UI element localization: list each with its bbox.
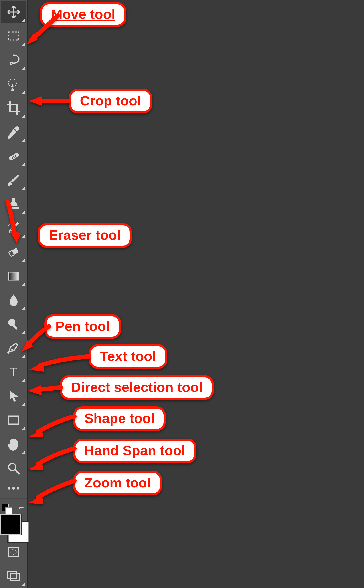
svg-point-20 [8, 487, 10, 490]
rectangle-shape-tool[interactable] [1, 410, 26, 431]
svg-point-14 [8, 319, 15, 326]
blur-tool[interactable] [1, 290, 26, 311]
toolbar-separator [0, 498, 27, 499]
flyout-indicator [22, 403, 25, 406]
screen-mode-icon [6, 569, 21, 583]
svg-point-16 [11, 349, 13, 350]
flyout-indicator [22, 67, 25, 70]
lasso-icon [6, 53, 21, 67]
gradient-tool[interactable] [1, 266, 26, 287]
svg-point-22 [17, 487, 19, 490]
flyout-indicator [22, 427, 25, 430]
svg-rect-26 [10, 574, 19, 581]
annotation-label-eraser: Eraser tool [38, 223, 132, 248]
blur-icon [6, 293, 21, 307]
eraser-tool[interactable] [1, 241, 26, 263]
annotation-arrow-move [24, 13, 62, 51]
flyout-indicator [22, 115, 25, 118]
svg-marker-28 [29, 96, 42, 106]
flyout-indicator [22, 283, 25, 286]
annotation-label-text: Text tool [89, 344, 167, 369]
zoom-tool[interactable] [1, 458, 26, 479]
hand-icon [6, 437, 21, 451]
svg-marker-31 [29, 362, 44, 372]
type-icon: T [6, 365, 21, 379]
flyout-indicator [22, 307, 25, 310]
flyout-indicator [22, 91, 25, 94]
type-tool[interactable]: T [1, 361, 26, 383]
quick-mask-button[interactable] [1, 541, 26, 563]
path-select-icon [6, 389, 21, 403]
flyout-indicator [22, 163, 25, 166]
eraser-icon [6, 245, 21, 259]
eyedropper-icon [6, 125, 21, 139]
foreground-color-swatch[interactable] [0, 514, 21, 535]
annotation-arrow-pen [18, 322, 53, 353]
ellipsis-icon [6, 485, 21, 492]
marquee-tool[interactable] [1, 25, 26, 47]
svg-rect-23 [8, 548, 19, 556]
annotation-arrow-direct-sel [26, 380, 63, 398]
default-colors-button[interactable]: ⤺ [1, 503, 26, 513]
svg-rect-17 [9, 416, 19, 424]
annotation-label-pen: Pen tool [44, 314, 121, 339]
svg-rect-2 [9, 32, 19, 40]
path-selection-tool[interactable] [1, 385, 26, 407]
edit-toolbar-button[interactable] [1, 482, 26, 495]
svg-point-21 [12, 487, 15, 490]
annotation-arrow-zoom [26, 475, 77, 504]
flyout-indicator [22, 139, 25, 142]
hand-tool[interactable] [1, 434, 26, 455]
flyout-indicator [22, 259, 25, 262]
flyout-indicator [22, 583, 25, 586]
gradient-icon [6, 269, 21, 283]
default-bg-mini [5, 507, 13, 515]
quick-mask-icon [6, 545, 21, 559]
annotation-arrow-eraser [0, 200, 26, 244]
svg-marker-29 [10, 231, 21, 243]
eyedropper-tool[interactable] [1, 121, 26, 143]
svg-marker-34 [28, 462, 43, 470]
annotation-label-zoom: Zoom tool [73, 471, 162, 495]
flyout-indicator [22, 451, 25, 454]
toolbar: T ⤺ [0, 0, 28, 588]
annotation-label-shape: Shape tool [73, 406, 166, 431]
svg-rect-13 [9, 272, 19, 280]
flyout-indicator [22, 355, 25, 358]
quick-select-icon [6, 77, 21, 91]
shape-icon [6, 413, 21, 427]
annotation-arrow-shape [26, 411, 77, 438]
flyout-indicator [22, 187, 25, 190]
annotation-arrow-hand [26, 443, 77, 470]
annotation-label-direct-sel: Direct selection tool [60, 375, 214, 400]
color-swatches[interactable] [0, 514, 27, 537]
zoom-icon [6, 461, 21, 475]
annotation-label-hand: Hand Span tool [73, 438, 196, 463]
screen-mode-button[interactable] [1, 565, 26, 587]
brush-icon [6, 173, 21, 187]
flyout-indicator [22, 379, 25, 382]
brush-tool[interactable] [1, 170, 26, 191]
healing-brush-tool[interactable] [1, 145, 26, 167]
lasso-tool[interactable] [1, 49, 26, 71]
svg-marker-32 [28, 385, 41, 395]
svg-point-24 [11, 549, 16, 555]
move-icon [6, 5, 21, 19]
annotation-arrow-text [27, 350, 91, 372]
marquee-icon [6, 29, 21, 43]
quick-select-tool[interactable] [1, 73, 26, 95]
swap-colors-icon: ⤺ [19, 504, 24, 512]
healing-icon [6, 149, 21, 163]
annotation-label-crop: Crop tool [69, 89, 152, 113]
svg-rect-15 [13, 325, 18, 330]
crop-tool[interactable] [1, 98, 26, 119]
svg-marker-33 [28, 430, 43, 438]
move-tool[interactable] [1, 1, 26, 23]
annotation-arrow-crop [27, 92, 71, 110]
svg-rect-25 [8, 571, 17, 578]
crop-icon [6, 101, 21, 115]
svg-line-19 [15, 470, 19, 474]
